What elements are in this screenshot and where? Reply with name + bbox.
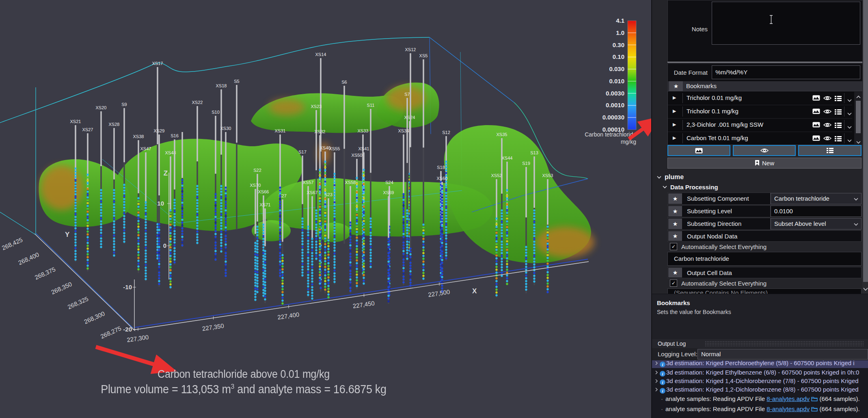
logging-level-label: Logging Level: <box>658 351 697 357</box>
info-icon: i <box>660 388 665 394</box>
bookmark-item[interactable]: ▶2,3-Dichlor .001 mg/kg SSW <box>668 118 852 132</box>
svg-text:XS57: XS57 <box>303 180 314 185</box>
star-icon[interactable]: ★ <box>668 193 682 204</box>
svg-text:S24: S24 <box>385 180 393 185</box>
panel-scrollbar[interactable] <box>862 0 868 294</box>
date-format-input[interactable]: %m/%d/%Y <box>712 65 860 79</box>
star-icon[interactable]: ★ <box>668 231 682 241</box>
notes-textarea[interactable] <box>712 2 860 45</box>
expand-icon[interactable]: ▶ <box>673 95 676 100</box>
folder-icon[interactable] <box>811 407 818 412</box>
list-item[interactable]: Carbon tetrachloride <box>674 255 729 262</box>
panel-scroll-down-icon[interactable] <box>863 285 868 292</box>
logging-level-value[interactable]: Normal <box>697 349 868 360</box>
log-entry[interactable]: i3d estimation: Kriged Perchloroethylene… <box>652 360 868 368</box>
star-icon[interactable]: ★ <box>669 81 683 91</box>
log-entry[interactable]: i3d estimation: Kriged 1,2-Dichlorobenze… <box>652 385 868 394</box>
bookmark-label: Tricholor 0.01 mg/kg <box>687 94 742 101</box>
log-file-link[interactable]: 8-analytes.apdv <box>767 405 810 412</box>
svg-text:S12: S12 <box>442 130 450 135</box>
bookmark-view-button[interactable] <box>733 145 796 156</box>
property-label: Subsetting Component <box>687 195 749 202</box>
panel-scrollbar-thumb[interactable] <box>863 0 868 282</box>
expand-icon[interactable]: ▶ <box>673 135 676 141</box>
bookmark-label: Carbon Tet 0.01 mg/kg <box>687 134 748 141</box>
new-bookmark-button[interactable]: New <box>667 158 862 169</box>
image-icon[interactable] <box>812 95 820 102</box>
bookmark-item[interactable]: ▶Carbon Tet 0.01 mg/kg <box>668 132 852 145</box>
svg-text:268,300: 268,300 <box>83 310 106 325</box>
star-icon[interactable]: ★ <box>668 268 682 277</box>
svg-text:XS31: XS31 <box>275 128 286 133</box>
expand-icon[interactable]: ▶ <box>673 122 676 127</box>
bookmark-item[interactable]: ▶Tricholor 0.01 mg/kg <box>668 91 852 105</box>
scroll-down-icon[interactable] <box>856 138 861 145</box>
list-icon[interactable] <box>835 122 842 130</box>
empty-list[interactable]: (Sequence Contains No Elements) <box>667 288 862 294</box>
list-icon[interactable] <box>835 136 842 143</box>
eye-icon[interactable] <box>823 108 831 116</box>
bookmark-list-scrollbar[interactable] <box>854 92 862 144</box>
log-text-pre: analyte samples: Reading APDV File <box>665 405 767 412</box>
checkbox-row[interactable]: ✓Automatically Select Everything <box>670 279 767 287</box>
bookmark-image-button[interactable] <box>667 145 730 156</box>
star-icon[interactable]: ★ <box>668 219 682 229</box>
eye-icon[interactable] <box>823 95 831 102</box>
bookmark-item[interactable]: ▶Tricholor 0.1 mg/kg <box>668 105 852 119</box>
chevron-down-icon[interactable] <box>847 123 852 130</box>
chevron-down-icon[interactable] <box>847 110 852 117</box>
image-icon <box>695 148 703 154</box>
folder-icon[interactable] <box>811 396 818 401</box>
svg-text:XS38: XS38 <box>133 134 144 139</box>
section-data-processing[interactable]: Data Processing <box>663 184 718 191</box>
svg-text:S10: S10 <box>212 110 220 115</box>
eye-icon[interactable] <box>823 122 831 129</box>
log-entry[interactable]: i3d estimation: Kriged 1,4-Dichlorobenze… <box>652 377 868 385</box>
list-icon[interactable] <box>835 109 842 116</box>
log-entry[interactable]: ·analyte samples: Reading APDV File 8-an… <box>652 404 868 414</box>
output-log-header[interactable]: Output Log <box>652 339 868 348</box>
3d-viewport[interactable]: XS21XS27XS20XS28S9XS38XS47XS17XS29XS48S1… <box>0 0 651 418</box>
star-icon[interactable]: ★ <box>668 206 682 217</box>
log-entry[interactable]: ·analyte samples: Reading APDV File 8-an… <box>652 394 868 404</box>
list-icon[interactable] <box>835 95 842 103</box>
bookmarks-header-label: Bookmarks <box>686 82 717 89</box>
eye-icon[interactable] <box>823 135 831 143</box>
checkbox-row[interactable]: ✓Automatically Select Everything <box>670 243 767 250</box>
bullet-icon: · <box>661 394 663 404</box>
scrollbar-thumb[interactable] <box>856 101 861 133</box>
checkbox-icon[interactable]: ✓ <box>670 243 677 250</box>
checkbox-icon[interactable]: ✓ <box>670 279 677 287</box>
log-file-link[interactable]: 8-analytes.apdv <box>767 395 810 402</box>
chevron-down-icon[interactable] <box>847 96 852 104</box>
svg-text:227,400: 227,400 <box>277 311 300 321</box>
svg-text:268,275: 268,275 <box>99 325 122 340</box>
bookmark-settings-button[interactable] <box>798 145 862 156</box>
image-icon[interactable] <box>812 122 820 129</box>
component-list[interactable]: Carbon tetrachloride <box>667 252 862 266</box>
expand-icon[interactable] <box>655 360 658 367</box>
svg-text:XS12: XS12 <box>405 47 416 52</box>
section-plume[interactable]: plume <box>657 173 684 181</box>
log-text-post: (664 samples). <box>818 405 859 412</box>
expand-icon[interactable] <box>655 377 658 385</box>
property-row: ★Output Nodal Data <box>667 230 862 242</box>
svg-text:Z: Z <box>164 169 168 177</box>
svg-text:S11: S11 <box>367 103 375 108</box>
plume-section-label: plume <box>665 173 684 181</box>
chevron-down-icon[interactable] <box>847 136 852 144</box>
svg-text:0.0030: 0.0030 <box>606 90 624 97</box>
log-entry[interactable]: i3d estimation: Kriged Ethylbenzene (6/8… <box>652 368 868 377</box>
property-dropdown[interactable]: Subset Above level <box>771 218 862 230</box>
expand-icon[interactable] <box>655 368 658 377</box>
info-icon: i <box>660 371 665 377</box>
scroll-up-icon[interactable] <box>856 93 861 100</box>
image-icon[interactable] <box>812 108 820 116</box>
property-dropdown[interactable]: Carbon tetrachloride <box>771 193 862 204</box>
svg-text:XS20: XS20 <box>96 105 107 110</box>
property-input[interactable]: 0.0100 <box>771 206 862 217</box>
expand-icon[interactable]: ▶ <box>673 108 676 114</box>
expand-icon[interactable] <box>655 385 658 394</box>
checkbox-label: Automatically Select Everything <box>681 280 767 287</box>
image-icon[interactable] <box>812 135 820 143</box>
